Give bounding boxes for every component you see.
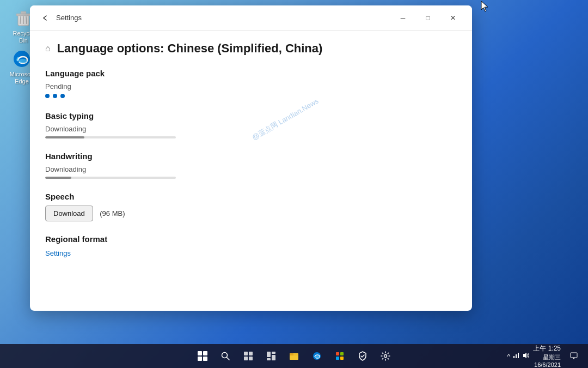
- svg-rect-18: [272, 355, 275, 360]
- maximize-button[interactable]: □: [415, 9, 440, 27]
- minimize-button[interactable]: ─: [390, 9, 415, 27]
- notification-button[interactable]: [564, 346, 584, 366]
- edge-image: [12, 49, 32, 69]
- language-pack-title: Language pack: [45, 69, 457, 78]
- svg-rect-14: [249, 357, 253, 360]
- svg-rect-26: [340, 357, 344, 360]
- svg-rect-29: [516, 354, 517, 358]
- basic-typing-title: Basic typing: [45, 111, 457, 120]
- handwriting-status: Downloading: [45, 165, 457, 173]
- svg-point-27: [384, 355, 387, 358]
- tray-sound-icon[interactable]: [522, 352, 530, 361]
- taskbar-center: [193, 346, 395, 366]
- svg-point-22: [315, 356, 320, 358]
- speech-title: Speech: [45, 192, 457, 201]
- content-area: ⌂ Language options: Chinese (Simplified,…: [30, 31, 472, 311]
- svg-rect-2: [21, 11, 26, 14]
- svg-rect-13: [244, 357, 248, 360]
- basic-typing-section: Basic typing Downloading: [45, 111, 457, 138]
- svg-point-7: [19, 59, 27, 63]
- dot-3: [60, 94, 65, 98]
- svg-rect-11: [244, 352, 248, 355]
- basic-typing-progress-fill: [45, 136, 84, 138]
- basic-typing-status: Downloading: [45, 125, 457, 133]
- clock-date: 16/6/2021: [533, 361, 561, 368]
- speech-section: Speech Download (96 MB): [45, 192, 457, 221]
- dot-1: [45, 94, 50, 98]
- svg-rect-24: [340, 352, 344, 355]
- search-button[interactable]: [216, 346, 235, 366]
- svg-rect-20: [290, 353, 293, 355]
- task-view-button[interactable]: [238, 346, 258, 366]
- svg-line-5: [26, 16, 27, 24]
- cursor: [481, 1, 490, 12]
- svg-rect-28: [513, 356, 514, 358]
- clock-day: 星期三: [533, 353, 561, 361]
- window-controls: ─ □ ✕: [390, 9, 465, 27]
- dot-2: [53, 94, 57, 98]
- svg-rect-32: [571, 353, 577, 358]
- svg-rect-17: [272, 352, 275, 354]
- home-icon[interactable]: ⌂: [45, 44, 51, 53]
- window-title: Settings: [54, 14, 390, 22]
- security-button[interactable]: [353, 346, 372, 366]
- handwriting-progress-fill: [45, 177, 71, 179]
- svg-rect-1: [16, 14, 30, 16]
- basic-typing-progress-bar: [45, 136, 176, 138]
- svg-line-3: [20, 16, 21, 24]
- title-bar: Settings ─ □ ✕: [30, 5, 472, 31]
- handwriting-progress-bar: [45, 177, 176, 179]
- system-tray: ^ 上午 1:25 星期三 16/6/2021: [507, 344, 584, 368]
- svg-line-10: [227, 358, 230, 360]
- svg-rect-30: [518, 353, 519, 358]
- settings-window: Settings ─ □ ✕ ⌂ Language options: Chine…: [30, 5, 472, 311]
- file-explorer-button[interactable]: [284, 346, 304, 366]
- regional-settings-link[interactable]: Settings: [45, 249, 71, 257]
- clock[interactable]: 上午 1:25 星期三 16/6/2021: [533, 344, 561, 368]
- pending-dots: [45, 94, 457, 98]
- regional-format-section: Regional format Settings: [45, 234, 457, 258]
- store-button[interactable]: [330, 346, 350, 366]
- svg-marker-31: [523, 353, 526, 358]
- tray-icons: ^: [507, 352, 530, 361]
- handwriting-section: Handwriting Downloading: [45, 152, 457, 179]
- download-size: (96 MB): [100, 209, 125, 218]
- svg-rect-16: [267, 358, 271, 360]
- language-pack-section: Language pack Pending: [45, 69, 457, 98]
- tray-chevron[interactable]: ^: [507, 352, 510, 360]
- taskbar: ^ 上午 1:25 星期三 16/6/2021: [0, 344, 588, 368]
- close-button[interactable]: ✕: [440, 9, 465, 27]
- edge-taskbar-button[interactable]: [307, 346, 327, 366]
- download-button[interactable]: Download: [45, 206, 93, 221]
- svg-marker-8: [481, 1, 488, 11]
- windows-logo: [198, 351, 207, 361]
- svg-rect-12: [249, 352, 253, 355]
- start-button[interactable]: [193, 346, 212, 366]
- tray-network-icon[interactable]: [512, 352, 520, 361]
- language-pack-status: Pending: [45, 82, 457, 91]
- back-button[interactable]: [36, 9, 54, 27]
- page-title: Language options: Chinese (Simplified, C…: [57, 41, 323, 56]
- handwriting-title: Handwriting: [45, 152, 457, 161]
- speech-download-row: Download (96 MB): [45, 206, 457, 221]
- svg-rect-15: [267, 352, 271, 357]
- page-header: ⌂ Language options: Chinese (Simplified,…: [45, 41, 457, 56]
- settings-taskbar-button[interactable]: [376, 346, 395, 366]
- clock-time: 上午 1:25: [533, 344, 561, 353]
- desktop: Recycle Bin Microsoft Edge Settings ─: [0, 0, 588, 368]
- svg-rect-25: [336, 357, 339, 360]
- svg-rect-23: [336, 352, 339, 355]
- regional-format-title: Regional format: [45, 234, 457, 244]
- widgets-button[interactable]: [261, 346, 281, 366]
